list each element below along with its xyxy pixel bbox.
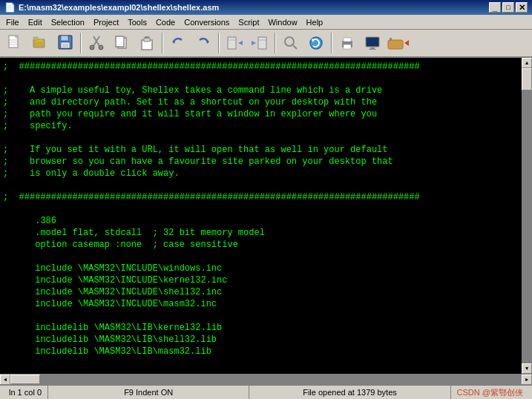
code-area[interactable]: ; ######################################… — [0, 59, 522, 372]
code-line: ; and directory path. Set it as a shortc… — [3, 96, 519, 108]
code-line: ; If you set it with a URL, it will open… — [3, 144, 519, 156]
code-line: include \MASM32\INCLUDE\masm32.inc — [3, 298, 519, 310]
paste-btn[interactable] — [135, 32, 159, 54]
code-line — [3, 132, 519, 144]
svg-rect-40 — [388, 40, 403, 49]
code-line: include \MASM32\INCLUDE\kernel32.inc — [3, 274, 519, 286]
editor-content[interactable]: ; ######################################… — [0, 58, 532, 374]
svg-rect-19 — [145, 36, 149, 39]
code-line: includelib \MASM32\LIB\masm32.lib — [3, 346, 519, 357]
scroll-left-btn[interactable]: ◄ — [0, 375, 10, 384]
toolbar-sep-2 — [162, 33, 163, 53]
scroll-right-btn[interactable]: ► — [522, 375, 532, 384]
code-line: ; browser so you can have a favourite si… — [3, 156, 519, 168]
code-line — [3, 179, 519, 191]
menu-item-code[interactable]: Code — [151, 15, 180, 29]
menu-item-window[interactable]: Window — [263, 15, 301, 29]
status-bar: ln 1 col 0 F9 Indent ON File opened at 1… — [0, 384, 532, 399]
open-btn[interactable] — [28, 32, 52, 54]
code-line — [3, 73, 519, 85]
code-line: ; is only a double click away. — [3, 168, 519, 179]
cut-btn[interactable] — [85, 32, 108, 54]
svg-point-28 — [285, 37, 294, 46]
undo-btn[interactable] — [166, 32, 190, 54]
status-mode: F9 Indent ON — [48, 386, 249, 399]
watermark-text: CSDN @紫鄂创侠 — [457, 387, 523, 398]
minimize-button[interactable]: _ — [489, 2, 501, 13]
nav-prev-btn[interactable] — [248, 32, 272, 54]
title-bar-text: 📄 E:\masm32\examples\exampl02\shellex\sh… — [4, 2, 219, 13]
svg-rect-6 — [33, 37, 38, 40]
svg-rect-38 — [370, 47, 375, 49]
title-icon: 📄 — [4, 2, 16, 13]
svg-line-29 — [293, 45, 297, 49]
reload-btn[interactable] — [304, 32, 328, 54]
toolbar-sep-3 — [218, 33, 220, 53]
menu-item-selection[interactable]: Selection — [47, 15, 89, 29]
code-line: ; ######################################… — [3, 61, 519, 73]
svg-rect-33 — [344, 38, 351, 42]
scroll-track-h[interactable] — [10, 375, 522, 384]
menu-item-project[interactable]: Project — [89, 15, 123, 29]
svg-rect-22 — [228, 37, 236, 49]
svg-rect-25 — [258, 37, 266, 49]
svg-rect-34 — [344, 44, 351, 49]
menu-item-file[interactable]: File — [1, 15, 24, 29]
status-watermark: CSDN @紫鄂创侠 — [451, 386, 529, 399]
redo-btn[interactable] — [191, 32, 215, 54]
code-line — [3, 310, 519, 322]
svg-point-35 — [349, 42, 351, 44]
code-line — [3, 203, 519, 215]
toolbar-sep-4 — [275, 33, 276, 53]
position-text: ln 1 col 0 — [9, 388, 42, 397]
code-line: .386 — [3, 215, 519, 227]
editor-container: ; ######################################… — [0, 58, 532, 384]
menu-item-tools[interactable]: Tools — [123, 15, 151, 29]
save-btn[interactable] — [53, 32, 77, 54]
nav-next-btn[interactable] — [223, 32, 246, 54]
run-btn[interactable] — [386, 32, 410, 54]
print-btn[interactable] — [335, 32, 359, 54]
menu-item-edit[interactable]: Edit — [24, 15, 47, 29]
code-line: include \MASM32\INCLUDE\shell32.inc — [3, 286, 519, 298]
mode-text: F9 Indent ON — [124, 388, 173, 397]
status-position: ln 1 col 0 — [3, 386, 48, 399]
svg-rect-16 — [116, 36, 124, 47]
maximize-button[interactable]: □ — [502, 2, 514, 13]
svg-point-13 — [90, 45, 94, 50]
svg-rect-39 — [369, 49, 376, 50]
menu-item-help[interactable]: Help — [302, 15, 328, 29]
new-file-btn[interactable] — [3, 32, 27, 54]
copy-btn[interactable] — [110, 32, 134, 54]
svg-rect-8 — [61, 36, 68, 41]
code-line: includelib \MASM32\LIB\kernel32.lib — [3, 322, 519, 334]
svg-marker-42 — [404, 40, 409, 46]
scroll-thumb-v[interactable] — [522, 68, 532, 90]
svg-marker-27 — [252, 41, 256, 45]
svg-rect-41 — [390, 38, 392, 41]
svg-marker-24 — [238, 41, 243, 45]
menu-item-script[interactable]: Script — [234, 15, 263, 29]
scroll-down-btn[interactable]: ▼ — [522, 363, 532, 374]
code-line: includelib \MASM32\LIB\shell32.lib — [3, 334, 519, 346]
monitor-btn[interactable] — [361, 32, 384, 54]
code-line: ; A simple useful toy, Shellex takes a c… — [3, 85, 519, 96]
scroll-thumb-h[interactable] — [10, 375, 40, 384]
scroll-track-v[interactable] — [522, 68, 532, 363]
code-line: ; specify. — [3, 120, 519, 132]
menu-item-conversions[interactable]: Conversions — [180, 15, 234, 29]
horizontal-scrollbar[interactable]: ◄ ► — [0, 374, 532, 384]
status-fileinfo: File opened at 1379 bytes — [249, 386, 450, 399]
svg-rect-37 — [367, 38, 378, 46]
find-btn[interactable] — [279, 32, 303, 54]
code-line: ; path you require and it will start a w… — [3, 108, 519, 120]
code-line: .model flat, stdcall ; 32 bit memory mod… — [3, 227, 519, 239]
title-bar-controls: _ □ ✕ — [489, 2, 528, 13]
title-bar: 📄 E:\masm32\examples\exampl02\shellex\sh… — [0, 0, 532, 15]
code-line: ; ######################################… — [3, 191, 519, 203]
svg-rect-10 — [62, 44, 68, 47]
title-text: E:\masm32\examples\exampl02\shellex\shel… — [19, 3, 219, 12]
vertical-scrollbar[interactable]: ▲ ▼ — [522, 58, 532, 374]
scroll-up-btn[interactable]: ▲ — [522, 58, 532, 68]
close-button[interactable]: ✕ — [516, 2, 528, 13]
